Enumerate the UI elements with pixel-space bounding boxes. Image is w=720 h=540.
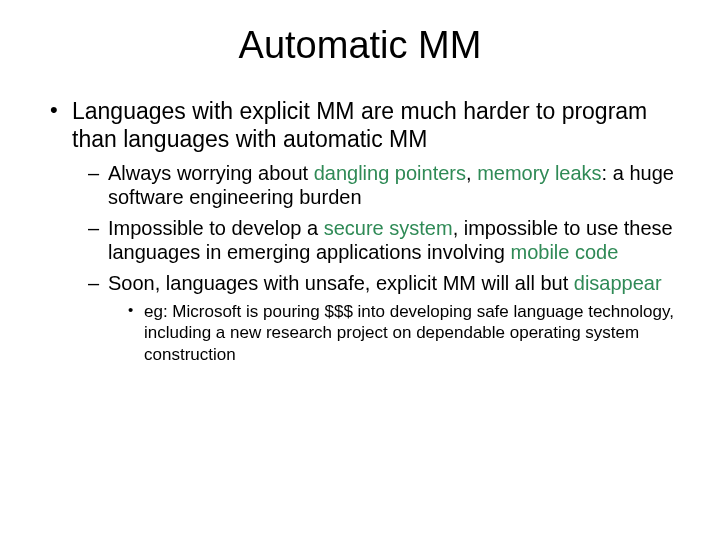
bullet-text: Languages with explicit MM are much hard… (72, 98, 647, 152)
bullet-item: Languages with explicit MM are much hard… (46, 97, 680, 365)
slide-title: Automatic MM (40, 24, 680, 67)
sub-bullet-item: Impossible to develop a secure system, i… (86, 216, 680, 265)
sub-bullet-item: Always worrying about dangling pointers,… (86, 161, 680, 210)
bullet-list-level-1: Languages with explicit MM are much hard… (46, 97, 680, 365)
text-fragment: eg: Microsoft is pouring $$$ into develo… (144, 302, 674, 364)
highlight-memory-leaks: memory leaks (477, 162, 601, 184)
highlight-dangling-pointers: dangling pointers (314, 162, 466, 184)
sub-sub-bullet-item: eg: Microsoft is pouring $$$ into develo… (126, 301, 680, 365)
bullet-list-level-2: Always worrying about dangling pointers,… (86, 161, 680, 365)
text-fragment: Impossible to develop a (108, 217, 324, 239)
text-fragment: Always worrying about (108, 162, 314, 184)
highlight-mobile-code: mobile code (510, 241, 618, 263)
highlight-disappear: disappear (574, 272, 662, 294)
bullet-list-level-3: eg: Microsoft is pouring $$$ into develo… (126, 301, 680, 365)
sub-bullet-item: Soon, languages with unsafe, explicit MM… (86, 271, 680, 365)
highlight-secure-system: secure system (324, 217, 453, 239)
slide: Automatic MM Languages with explicit MM … (0, 0, 720, 540)
text-fragment: Soon, languages with unsafe, explicit MM… (108, 272, 574, 294)
text-fragment: , (466, 162, 477, 184)
